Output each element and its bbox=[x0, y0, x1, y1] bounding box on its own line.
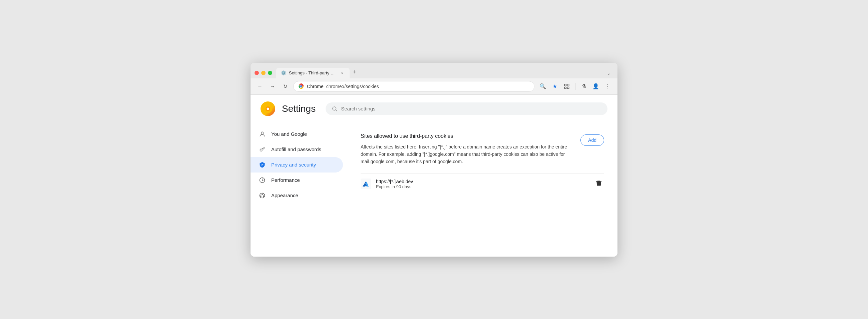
shield-icon bbox=[258, 161, 266, 169]
svg-point-8 bbox=[333, 107, 336, 111]
traffic-lights bbox=[254, 71, 272, 79]
trash-icon bbox=[595, 180, 602, 186]
svg-point-0 bbox=[300, 85, 303, 87]
sidebar: You and Google Autofill and passwords bbox=[250, 123, 347, 257]
site-favicon bbox=[361, 178, 371, 189]
sidebar-item-performance[interactable]: Performance bbox=[250, 173, 343, 188]
sidebar-item-autofill[interactable]: Autofill and passwords bbox=[250, 142, 343, 157]
menu-button[interactable]: ⋮ bbox=[603, 81, 613, 91]
section-description: Affects the sites listed here. Inserting… bbox=[361, 143, 574, 166]
settings-header: Settings bbox=[250, 95, 618, 123]
search-icon bbox=[332, 106, 338, 112]
performance-icon bbox=[258, 176, 266, 184]
appearance-icon bbox=[258, 192, 266, 199]
nav-icons: 🔍 ★ ⚗ 👤 ⋮ bbox=[538, 81, 613, 91]
sidebar-item-you-and-google[interactable]: You and Google bbox=[250, 126, 343, 142]
sidebar-label-you-and-google: You and Google bbox=[271, 131, 307, 137]
main-content: Sites allowed to use third-party cookies… bbox=[347, 123, 618, 257]
add-site-button[interactable]: Add bbox=[581, 135, 604, 146]
address-path: chrome://settings/cookies bbox=[326, 84, 379, 89]
delete-site-button[interactable] bbox=[593, 178, 604, 190]
settings-wrapper: Settings bbox=[250, 95, 618, 257]
sidebar-item-privacy[interactable]: Privacy and security bbox=[250, 157, 343, 173]
site-entry: https://[*.]web.dev Expires in 90 days bbox=[361, 174, 604, 194]
settings-title: Settings bbox=[282, 104, 316, 114]
section-header-row: Sites allowed to use third-party cookies… bbox=[361, 133, 604, 166]
search-bar[interactable] bbox=[326, 103, 608, 115]
profile-button[interactable]: 👤 bbox=[591, 81, 601, 91]
sidebar-label-appearance: Appearance bbox=[271, 193, 298, 198]
key-icon bbox=[258, 146, 266, 153]
sidebar-item-appearance[interactable]: Appearance bbox=[250, 188, 343, 203]
search-input[interactable] bbox=[341, 106, 601, 112]
svg-line-9 bbox=[336, 110, 337, 111]
sidebar-label-autofill: Autofill and passwords bbox=[271, 146, 321, 152]
section-title: Sites allowed to use third-party cookies bbox=[361, 133, 574, 139]
tab-label: Settings - Third-party cookie bbox=[289, 70, 337, 76]
site-info: https://[*.]web.dev Expires in 90 days bbox=[376, 179, 589, 189]
maximize-button[interactable] bbox=[268, 71, 272, 75]
lab-button[interactable]: ⚗ bbox=[579, 81, 589, 91]
site-expiry: Expires in 90 days bbox=[376, 184, 589, 189]
forward-button[interactable]: → bbox=[268, 82, 277, 91]
title-bar: ⚙️ Settings - Third-party cookie × + ⌄ bbox=[250, 63, 618, 79]
browser-window: ⚙️ Settings - Third-party cookie × + ⌄ ←… bbox=[250, 63, 618, 257]
active-tab[interactable]: ⚙️ Settings - Third-party cookie × bbox=[276, 68, 350, 79]
sidebar-label-privacy: Privacy and security bbox=[271, 162, 316, 168]
svg-rect-1 bbox=[564, 84, 566, 86]
navigation-bar: ← → ↻ Chrome chrome://settings/cookies 🔍… bbox=[250, 79, 618, 95]
tab-dropdown-button[interactable]: ⌄ bbox=[604, 68, 614, 79]
tab-close-button[interactable]: × bbox=[340, 70, 345, 76]
svg-point-16 bbox=[263, 196, 264, 197]
nav-divider bbox=[575, 83, 576, 90]
new-tab-button[interactable]: + bbox=[350, 66, 360, 79]
section-text: Sites allowed to use third-party cookies… bbox=[361, 133, 574, 166]
site-url: https://[*.]web.dev bbox=[376, 179, 589, 184]
person-icon bbox=[258, 130, 266, 138]
site-favicon-icon bbox=[361, 178, 371, 189]
settings-logo bbox=[260, 102, 275, 116]
tab-favicon: ⚙️ bbox=[281, 70, 286, 76]
back-button[interactable]: ← bbox=[255, 82, 265, 91]
svg-point-7 bbox=[267, 108, 269, 110]
svg-point-11 bbox=[260, 149, 262, 151]
svg-rect-2 bbox=[567, 84, 569, 86]
svg-rect-3 bbox=[564, 87, 566, 88]
close-button[interactable] bbox=[254, 71, 259, 75]
bookmark-button[interactable]: ★ bbox=[550, 81, 560, 91]
svg-point-15 bbox=[260, 196, 261, 197]
svg-point-14 bbox=[262, 194, 263, 195]
svg-point-10 bbox=[261, 132, 264, 134]
tabs-row: ⚙️ Settings - Third-party cookie × + ⌄ bbox=[276, 66, 614, 79]
chrome-logo-icon bbox=[298, 83, 304, 89]
extension-button[interactable] bbox=[562, 81, 572, 91]
address-bar[interactable]: Chrome chrome://settings/cookies bbox=[293, 81, 534, 92]
minimize-button[interactable] bbox=[261, 71, 266, 75]
reload-button[interactable]: ↻ bbox=[281, 82, 290, 91]
sidebar-label-performance: Performance bbox=[271, 177, 300, 183]
zoom-button[interactable]: 🔍 bbox=[538, 81, 548, 91]
settings-body: You and Google Autofill and passwords bbox=[250, 123, 618, 257]
svg-rect-4 bbox=[567, 87, 569, 88]
address-origin: Chrome bbox=[307, 84, 323, 89]
